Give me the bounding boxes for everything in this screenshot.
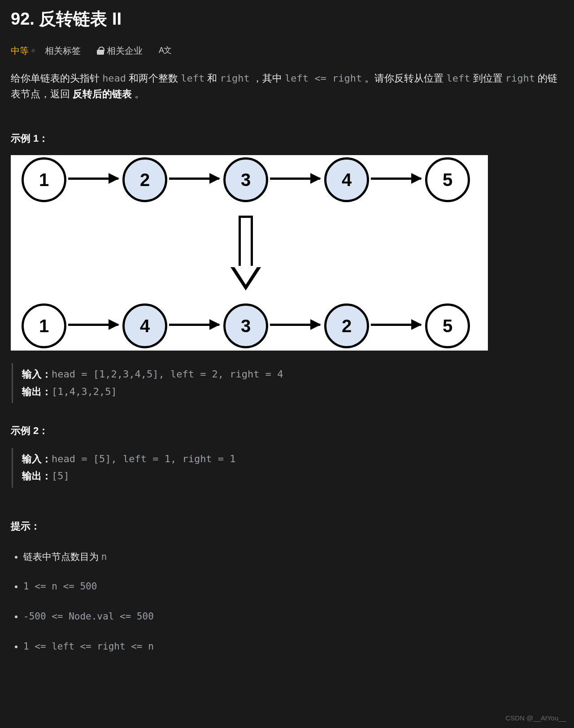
page-title: 92. 反转链表 II bbox=[11, 0, 563, 43]
list-item: -500 <= Node.val <= 500 bbox=[23, 604, 563, 634]
arrow-icon bbox=[169, 324, 219, 326]
desc-text: ，其中 bbox=[250, 73, 285, 84]
input-label: 输入： bbox=[22, 368, 52, 380]
example2-heading: 示例 2： bbox=[11, 416, 563, 447]
arrow-icon bbox=[270, 178, 320, 180]
list-node: 1 bbox=[22, 303, 66, 348]
down-arrow-icon bbox=[231, 216, 260, 292]
arrow-icon bbox=[169, 178, 219, 180]
desc-text: 和两个整数 bbox=[126, 73, 181, 84]
hints-list: 链表中节点数目为 n 1 <= n <= 500 -500 <= Node.va… bbox=[11, 545, 563, 664]
tab-bar: 中等 相关标签 相关企业 A文 bbox=[11, 43, 563, 70]
list-node: 5 bbox=[425, 157, 470, 202]
example1-input-line: 输入：head = [1,2,3,4,5], left = 2, right =… bbox=[22, 366, 563, 383]
tab-difficulty[interactable]: 中等 bbox=[11, 43, 29, 58]
example1-output-line: 输出：[1,4,3,2,5] bbox=[22, 383, 563, 401]
list-node: 4 bbox=[122, 303, 167, 348]
code-cmp: left <= right bbox=[285, 73, 362, 84]
input-value: head = [5], left = 1, right = 1 bbox=[52, 453, 236, 464]
hint-text: 链表中节点数目为 bbox=[23, 551, 101, 562]
list-node: 4 bbox=[324, 157, 369, 202]
diagram-row-before: 1 2 3 4 5 bbox=[11, 155, 488, 204]
input-value: head = [1,2,3,4,5], left = 2, right = 4 bbox=[52, 368, 283, 380]
tab-companies[interactable]: 相关企业 bbox=[97, 43, 143, 58]
list-item: 1 <= left <= right <= n bbox=[23, 634, 563, 664]
desc-text: 和 bbox=[204, 73, 220, 84]
desc-text: 给你单链表的头指针 bbox=[11, 73, 102, 84]
desc-text: 到位置 bbox=[470, 73, 505, 84]
code-left2: left bbox=[446, 73, 470, 84]
example1-diagram: 1 2 3 4 5 1 4 3 2 5 bbox=[11, 155, 488, 351]
desc-text: 。请你反转从位置 bbox=[362, 73, 446, 84]
list-node: 3 bbox=[223, 303, 268, 348]
hint-code: 1 <= left <= right <= n bbox=[23, 641, 154, 652]
arrow-icon bbox=[68, 178, 118, 180]
watermark: CSDN @__AtYou__ bbox=[505, 713, 566, 724]
output-label: 输出： bbox=[22, 386, 52, 397]
example1-io: 输入：head = [1,2,3,4,5], left = 2, right =… bbox=[12, 363, 563, 403]
example2-io: 输入：head = [5], left = 1, right = 1 输出：[5… bbox=[12, 448, 563, 488]
hints-heading: 提示： bbox=[11, 500, 563, 545]
code-right: right bbox=[220, 73, 250, 84]
example2-output-line: 输出：[5] bbox=[22, 468, 563, 485]
problem-description: 给你单链表的头指针 head 和两个整数 left 和 right ，其中 le… bbox=[11, 70, 563, 123]
code-head: head bbox=[102, 73, 126, 84]
arrow-icon bbox=[371, 178, 421, 180]
code-left: left bbox=[181, 73, 204, 84]
hint-code: -500 <= Node.val <= 500 bbox=[23, 611, 154, 622]
desc-bold: 反转后的链表 bbox=[73, 88, 132, 100]
list-node: 2 bbox=[122, 157, 167, 202]
list-item: 1 <= n <= 500 bbox=[23, 574, 563, 604]
list-item: 链表中节点数目为 n bbox=[23, 545, 563, 575]
arrow-icon bbox=[270, 324, 320, 326]
input-label: 输入： bbox=[22, 453, 52, 464]
list-node: 3 bbox=[223, 157, 268, 202]
tab-tags[interactable]: 相关标签 bbox=[45, 43, 81, 58]
tab-font-size[interactable]: A文 bbox=[159, 44, 171, 57]
list-node: 2 bbox=[324, 303, 369, 348]
arrow-icon bbox=[68, 324, 118, 326]
lock-icon bbox=[97, 47, 104, 55]
output-label: 输出： bbox=[22, 470, 52, 481]
output-value: [1,4,3,2,5] bbox=[52, 386, 117, 397]
output-value: [5] bbox=[52, 470, 70, 481]
code-right2: right bbox=[505, 73, 535, 84]
hint-code: n bbox=[101, 551, 107, 562]
arrow-icon bbox=[371, 324, 421, 326]
hint-code: 1 <= n <= 500 bbox=[23, 581, 97, 592]
desc-text: 。 bbox=[132, 88, 144, 100]
list-node: 5 bbox=[425, 303, 470, 348]
tab-companies-label: 相关企业 bbox=[107, 43, 143, 58]
example1-heading: 示例 1： bbox=[11, 123, 563, 155]
example2-input-line: 输入：head = [5], left = 1, right = 1 bbox=[22, 451, 563, 468]
list-node: 1 bbox=[22, 157, 66, 202]
diagram-row-after: 1 4 3 2 5 bbox=[11, 301, 488, 351]
